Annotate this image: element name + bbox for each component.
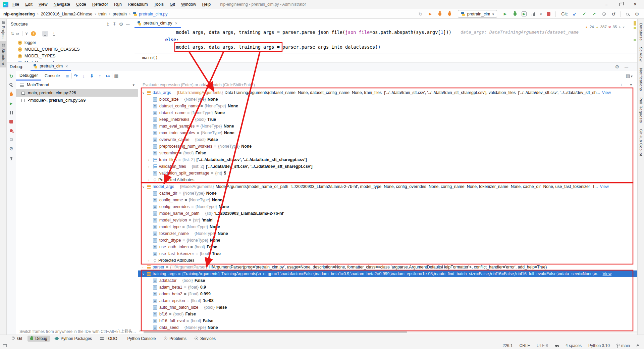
hide-panel-icon[interactable]: — (625, 64, 633, 69)
breadcrumb-file[interactable]: pretrain_clm.py (139, 12, 167, 16)
horizontal-scrollbar[interactable] (138, 331, 637, 334)
collapse-all-icon[interactable] (111, 22, 118, 27)
thread-selector[interactable]: MainThread (16, 81, 138, 89)
breadcrumb-folder[interactable]: pretrain (113, 12, 127, 16)
restore-button[interactable] (619, 3, 622, 6)
variable-row[interactable]: ∨ training_args = {TrainingArguments} Tr… (138, 270, 637, 277)
debug-session-tab[interactable]: pretrain_clm × (31, 62, 70, 71)
reloadium-profile-icon[interactable] (447, 11, 453, 17)
stop-icon[interactable] (8, 118, 14, 124)
breadcrumb-project[interactable]: nlp-engineering (3, 12, 35, 16)
git-branch[interactable]: main (616, 343, 630, 348)
menu-item[interactable]: Help (202, 2, 211, 7)
editor[interactable]: pretrain_clm.py × model_args, data_args,… (135, 19, 637, 62)
close-toast-icon[interactable]: × (139, 329, 142, 333)
step-into-icon[interactable] (80, 73, 88, 79)
lock-icon[interactable] (637, 345, 639, 347)
scroll-from-source-icon[interactable]: ↑ (42, 31, 48, 37)
view-link[interactable]: View (603, 271, 611, 276)
python-interpreter[interactable]: Python 3.10 (588, 343, 610, 348)
variable-row[interactable]: use_auth_token = {bool} False (138, 244, 637, 250)
tree-chevron-icon[interactable]: › (148, 178, 153, 182)
variable-row[interactable]: ∨ data_args = {DataTrainingArguments} Da… (138, 89, 637, 96)
evaluate-expression-input[interactable]: Evaluate expression (Enter) or add a wat… (138, 81, 637, 89)
pin-tab-icon[interactable] (8, 155, 14, 161)
variable-row[interactable]: › Protected Attributes = (138, 257, 637, 264)
close-session-icon[interactable]: × (65, 64, 68, 69)
restore-layout-icon[interactable] (626, 73, 630, 79)
tool-window-button[interactable]: Python Packages (53, 336, 95, 342)
variable-row[interactable]: validation_split_percentage = {int} 5 (138, 170, 637, 177)
menu-item[interactable]: File (12, 2, 19, 7)
ide-status-icon[interactable] (3, 344, 7, 347)
copilot-status-icon[interactable] (555, 345, 559, 347)
right-stripe-item[interactable]: SciView (638, 43, 644, 64)
structure-item[interactable]: › v ModelArguments (7, 59, 134, 62)
next-problem-icon[interactable] (623, 25, 625, 29)
show-fields-toggle[interactable]: f (31, 31, 36, 36)
sidebar-item-project[interactable]: Project (0, 19, 6, 41)
menu-item[interactable]: Edit (25, 2, 33, 7)
chevron-down-icon[interactable] (630, 82, 632, 88)
resume-program-icon[interactable] (8, 100, 14, 106)
settings-gear-icon[interactable] (8, 146, 14, 152)
variable-row[interactable]: › validation_files = {list: 2} ['../../d… (138, 163, 637, 170)
variable-row[interactable]: › parser = {HfArgumentParser} HfArgument… (138, 264, 637, 270)
tree-chevron-icon[interactable]: ∨ (142, 272, 147, 276)
breadcrumb-folder[interactable]: train (98, 12, 106, 16)
variable-row[interactable]: adam_beta2 = {float} 0.999 (138, 291, 637, 297)
inherited-members-icon[interactable] (25, 31, 28, 36)
variable-row[interactable]: › Protected Attributes = (138, 177, 637, 183)
variable-row[interactable]: preprocessing_num_workers = {NoneType} N… (138, 143, 637, 150)
menu-item[interactable]: Code (76, 2, 86, 7)
variable-row[interactable]: block_size = {NoneType} None (138, 96, 637, 103)
right-stripe-item[interactable]: Database (638, 19, 644, 43)
rollback-icon[interactable] (610, 11, 616, 17)
sidebar-item-structure[interactable]: Structure (0, 41, 6, 67)
variable-row[interactable]: dataset_config_name = {NoneType} None (138, 103, 637, 109)
variable-row[interactable]: max_eval_samples = {NoneType} None (138, 123, 637, 130)
variable-row[interactable]: config_name = {NoneType} None (138, 197, 637, 203)
history-icon[interactable] (601, 11, 607, 17)
layout-options-icon[interactable] (63, 73, 71, 79)
stack-frame-row[interactable]: <module>, pretrain_clm.py:599 (16, 97, 138, 104)
variable-row[interactable]: adafactor = {bool} False (138, 277, 637, 284)
variable-row[interactable]: adam_beta1 = {float} 0.9 (138, 284, 637, 291)
tool-window-button[interactable]: Python Console (123, 336, 159, 342)
structure-item[interactable]: v MODEL_TYPES (7, 53, 134, 59)
variable-row[interactable]: dataset_name = {NoneType} None (138, 109, 637, 116)
close-tab-icon[interactable]: × (175, 21, 177, 26)
structure-item[interactable]: v MODEL_CONFIG_CLASSES (7, 46, 134, 53)
previous-problem-icon[interactable] (619, 25, 621, 29)
hide-panel-icon[interactable] (124, 22, 131, 27)
variable-row[interactable]: max_train_samples = {NoneType} None (138, 130, 637, 136)
modify-run-config-icon[interactable] (8, 82, 14, 88)
variable-row[interactable]: model_type = {NoneType} None (138, 223, 637, 230)
reloadium-bug-icon[interactable] (8, 91, 14, 97)
settings-gear-icon[interactable] (634, 11, 640, 17)
menu-item[interactable]: Run (114, 2, 122, 7)
chevron-down-icon[interactable] (540, 11, 542, 16)
rerun-icon[interactable] (8, 73, 14, 79)
tool-window-button[interactable]: Services (192, 336, 218, 342)
tree-chevron-icon[interactable]: ∨ (142, 91, 147, 95)
search-everywhere-icon[interactable] (624, 11, 630, 17)
stop-button[interactable] (546, 11, 552, 17)
sort-alphabetically-icon[interactable] (11, 31, 14, 36)
run-to-cursor-icon[interactable] (104, 73, 112, 79)
git-commit-button[interactable] (581, 11, 587, 17)
variable-row[interactable]: cache_dir = {NoneType} None (138, 190, 637, 197)
tool-window-button[interactable]: Problems (161, 336, 189, 342)
file-encoding[interactable]: UTF-8 (537, 343, 548, 348)
variable-row[interactable]: auto_find_batch_size = {bool} False (138, 304, 637, 311)
variable-row[interactable]: › train_files = {list: 2} ['../../data/t… (138, 156, 637, 163)
force-step-into-icon[interactable] (88, 73, 96, 79)
close-button[interactable] (634, 2, 637, 7)
settings-gear-icon[interactable] (118, 21, 124, 27)
view-breakpoints-icon[interactable] (8, 128, 14, 134)
menu-item[interactable]: Navigate (54, 2, 70, 7)
menu-item[interactable]: Git (170, 2, 175, 7)
variable-row[interactable]: data_seed = {NoneType} None (138, 324, 637, 331)
reloadium-debug-icon[interactable] (437, 11, 443, 17)
tab-console[interactable]: Console (41, 71, 63, 81)
